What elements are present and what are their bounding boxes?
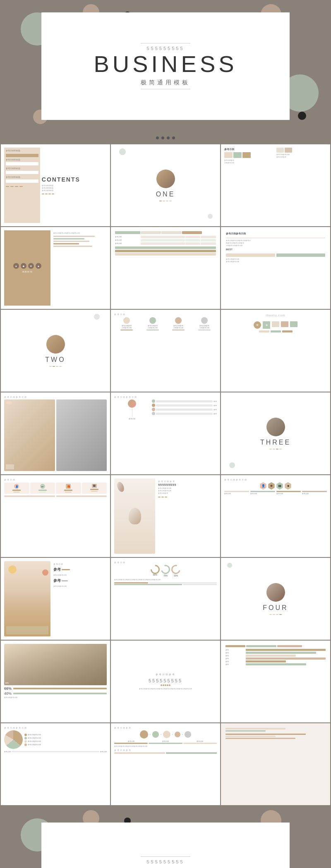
slide-two: TWO (1, 310, 110, 392)
slide-stats-1: 参考示例 参考示例参考示例参考示例 参考示例参考示例参考示例参考 (221, 144, 330, 226)
slide-watermark: ibaotu.com ⊕ ◈ (221, 310, 330, 392)
text-content-body: 参考示例参考示例参考示例参考示例参考示例参考示例参考示例参考示例参考示例 (226, 239, 325, 247)
thanks-line-top (141, 856, 190, 857)
hero-line-top (141, 43, 190, 43)
slide-two-label: TWO (45, 356, 65, 363)
thanks-section: 555555555 THANKS 极简通用模板 (0, 806, 331, 868)
sidebar-item-1 (6, 162, 38, 165)
slide-person-cards: 参考示例 参考示例参考示例参考示例 参考示例参考示例参考示例 参考示例参考示例参… (111, 310, 220, 392)
dot-3 (167, 136, 170, 139)
flower-text: 参考示例参考示例参考示例参考示例参考示例参考 (158, 487, 215, 495)
watermark-text: ibaotu.com (266, 314, 285, 317)
person-icon-1: 👤 (14, 484, 19, 489)
text-content-body-2: 参考示例参考示例参考示例参考示例 (226, 258, 325, 263)
slide-two-image (46, 335, 65, 354)
slide-nodes: 参考示例参考 参考示例 参考示例 参考示例 (111, 723, 220, 805)
quote-number: 555555555 (149, 678, 182, 683)
slide-pie: 参考示例参考示例 参考示例参考示例 参考示例参考示例 参考示例参考示例 参考示例… (1, 723, 110, 805)
slide-progress: 参考示例 60% 75% 10% 参考示例参考示例参考示例参考示例参考示例参考示… (111, 558, 220, 640)
contents-main: CONTENTS 参考示例和标题参考示例和标题参考示例和标题 (42, 148, 107, 223)
hero-subtitle: 555555555 (146, 46, 184, 51)
dot-1 (156, 136, 159, 139)
deco-four-1 (227, 563, 232, 568)
slide-hexagons: 参考示例参考示例 👤 ⊕ 🖼 ◈ 参考示例 参考示例 参考示例 参考示例 (221, 475, 330, 557)
hero-section: 555555555 BUSINESS 极简通用模板 (0, 0, 331, 132)
thanks-slide: 555555555 THANKS 极简通用模板 (41, 823, 290, 868)
slides-grid: 参考示例和标题 参考示例和标题 参考示例和标题 参考示例和标题 CONTENTS… (0, 143, 331, 806)
icon-3: ♥ (28, 263, 34, 269)
hex-4: ◈ (284, 482, 292, 490)
text-content-title: 参考示例参考示例 (226, 232, 325, 236)
slide-quote: 参考示例参考 555555555 参考示例参考示例参考示例参考示例参考示例参考示… (111, 641, 220, 722)
thanks-subtitle: 555555555 (146, 859, 184, 864)
thanks-title: THANKS (106, 864, 225, 868)
fruit-text-2: 参考示例参考示例 (53, 585, 105, 588)
deco-circle-black-2 (298, 112, 306, 120)
hero-line-bottom (141, 89, 190, 89)
slide-four: FOUR (221, 558, 330, 640)
hero-title: BUSINESS (94, 53, 237, 76)
hex-1: 👤 (259, 482, 267, 490)
slide-flower: 参考示例参考 555555555 参考示例参考示例参考示例参考示例参考示例参考 (111, 475, 220, 557)
hero-slide: 555555555 BUSINESS 极简通用模板 (41, 12, 290, 120)
quote-subtitle: 参考示例参考 (156, 673, 175, 677)
image-icon: 🖼 (92, 484, 97, 488)
hex-2: ⊕ (268, 482, 275, 490)
deco-s2-2 (208, 214, 213, 219)
contents-title: CONTENTS (42, 176, 107, 183)
slide-three-image (266, 418, 285, 436)
hex-3: 🖼 (276, 482, 283, 490)
stats-text-2: 参考示例参考示例参考示例参考 (276, 153, 327, 158)
sidebar-item-3 (6, 179, 38, 183)
icon-2: ♣ (21, 263, 26, 269)
progress-text: 参考示例参考示例参考示例参考示例参考示例参考示例参考示例 (114, 579, 217, 581)
slide-data-table: 参考示例 参考示例 参考示例 (111, 227, 220, 309)
dot-4 (172, 136, 175, 139)
stats-title-1: 参考示例 (224, 148, 275, 151)
icon-4: ♠ (36, 263, 41, 269)
text-content-title-2: BEST (226, 248, 325, 251)
hero-dots (0, 132, 331, 143)
icon-set-1: ⊕ (254, 321, 261, 329)
slide-icon-cards: 参考示例 👤 ↩ 🎁 🖼 (1, 475, 110, 557)
slide-one-image (156, 170, 175, 188)
peach-text-1: 参考示例参考示例参考示例参考示例 (53, 232, 105, 234)
slide-contents: 参考示例和标题 参考示例和标题 参考示例和标题 参考示例和标题 CONTENTS… (1, 144, 110, 226)
deco-three-1 (229, 462, 235, 468)
slide-fruit: 参考示例 参考 参考示例参考示例 参考 参考示例参考示例 (1, 558, 110, 640)
stats-text-1: 参考示例参考示例参考示例 (224, 159, 275, 164)
nodes-text: 参考示例参考示例参考示例参考示例参考示例 (114, 745, 217, 748)
icon-1: ♦ (13, 263, 19, 269)
icon-set-5 (290, 321, 297, 327)
contents-sidebar: 参考示例和标题 参考示例和标题 参考示例和标题 参考示例和标题 (4, 148, 40, 223)
gift-icon: 🎁 (66, 484, 71, 489)
slide-text-content: 参考示例参考示例 参考示例参考示例参考示例参考示例参考示例参考示例参考示例参考示… (221, 227, 330, 309)
icon-set-4 (281, 321, 288, 327)
hero-cn-title: 极简通用模板 (141, 79, 190, 86)
slide-empty-8 (221, 723, 330, 805)
slide-four-image (266, 583, 285, 602)
deco-s2-1 (119, 148, 126, 155)
slide-peach-icons: ♦ ♣ ♥ ♠ 和 和 和 和 参考示例参考示例参考示例参考示例 (1, 227, 110, 309)
slide-three-label: THREE (260, 439, 291, 446)
slide-timeline: 参考示例参考示例 参考示例 参考 参考 (111, 392, 220, 474)
slide-one: ONE (111, 144, 220, 226)
icon-set-3 (272, 321, 279, 327)
slide-food-stats: 66% 66% 40% 参考示例参考示例 (1, 641, 110, 722)
icon-set-2: ◈ (263, 321, 270, 329)
quote-body: 参考示例参考示例参考示例参考示例参考示例参考示例参考示例参考示例 (139, 688, 192, 690)
deco-two-1 (94, 314, 100, 320)
dot-2 (161, 136, 164, 139)
slide-four-label: FOUR (263, 604, 288, 612)
sidebar-active-1 (6, 154, 38, 157)
slide-photo-text: 参考示例参考示例 (1, 392, 110, 474)
food-text: 参考示例参考示例 (4, 696, 107, 699)
slide-one-label: ONE (156, 191, 175, 198)
fruit-text: 参考示例参考示例 (53, 574, 105, 576)
arrow-icon: ↩ (40, 484, 45, 489)
slide-gantt: 参考 参考 参考 参考 参考 参考 (221, 641, 330, 722)
contents-body-text: 参考示例和标题参考示例和标题参考示例和标题 (42, 184, 107, 192)
sidebar-item-2 (6, 171, 38, 174)
slide-three: THREE (221, 392, 330, 474)
